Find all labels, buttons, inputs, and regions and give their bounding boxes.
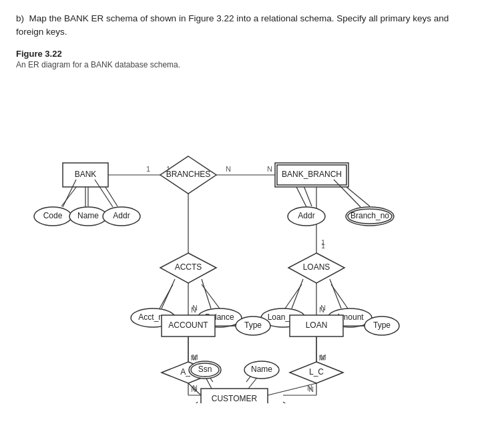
card-label-m2: M (318, 353, 324, 361)
lc-label: L_C (309, 367, 324, 377)
bank-branch-label: BANK_BRANCH (282, 170, 342, 179)
card-label-n: N (267, 164, 272, 172)
branches-label: BRANCHES (166, 170, 211, 179)
loans-label: LOANS (303, 262, 330, 272)
account-label: ACCOUNT (168, 320, 208, 330)
accts-label: ACCTS (175, 262, 202, 272)
card-label-n3: N (319, 305, 324, 313)
diagram-area: 1 N 1 N N M M N N 1 N 1 N (16, 76, 470, 403)
card-1-branches-bank: 1 (146, 164, 150, 172)
bank-entity-label: BANK (75, 170, 97, 179)
addr-label: Addr (113, 211, 130, 220)
card-n-branches-bankbranch: N (226, 164, 231, 172)
account-type-label: Type (244, 320, 262, 330)
svg-line-32 (162, 279, 175, 308)
svg-line-26 (283, 402, 295, 403)
svg-line-42 (206, 379, 212, 389)
svg-line-34 (292, 279, 303, 308)
page: b) Map the BANK ER schema of shown in Fi… (0, 0, 486, 410)
loan-type-label: Type (373, 320, 391, 330)
customer-label: CUSTOMER (212, 394, 258, 403)
figure-label: Figure 3.22 (16, 49, 470, 59)
question-text: b) Map the BANK ER schema of shown in Fi… (16, 12, 470, 39)
er-diagram-svg: 1 N 1 N N M M N N 1 N 1 N (16, 76, 470, 403)
question-body: Map the BANK ER schema of shown in Figur… (16, 13, 449, 37)
svg-line-43 (248, 379, 256, 389)
loan-label: LOAN (306, 320, 328, 330)
ssn-label: Ssn (198, 365, 212, 374)
svg-line-35 (330, 279, 341, 308)
card-label-n2: N (191, 305, 196, 313)
card-label-m1: M (190, 353, 196, 361)
name-label: Name (77, 211, 99, 220)
card-label-n5: N (308, 385, 314, 393)
code-label: Code (43, 211, 63, 220)
svg-line-33 (202, 279, 211, 308)
card-label-1b: 1 (321, 241, 325, 249)
branch-no-label: Branch_no (350, 211, 389, 220)
bankbranch-addr-label: Addr (298, 211, 314, 220)
figure-caption: An ER diagram for a BANK database schema… (16, 60, 470, 69)
customer-name-label: Name (251, 365, 272, 374)
question-label: b) (16, 13, 24, 23)
svg-line-25 (190, 402, 198, 403)
